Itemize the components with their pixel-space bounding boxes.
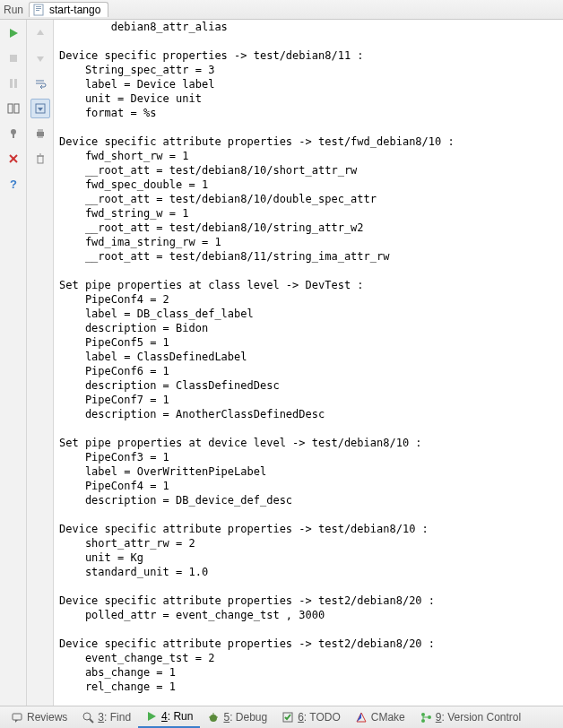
svg-rect-7 (14, 79, 17, 88)
run-config-name: start-tango (49, 4, 100, 16)
svg-marker-18 (38, 108, 43, 111)
vcs-icon (420, 711, 432, 724)
pause-button[interactable] (4, 74, 23, 93)
svg-marker-36 (357, 713, 361, 722)
svg-rect-3 (36, 10, 39, 11)
shell-file-icon (33, 4, 46, 16)
run-config-tab[interactable]: start-tango (29, 2, 108, 17)
svg-point-39 (428, 715, 431, 719)
svg-line-28 (90, 719, 93, 723)
scroll-to-end-button[interactable] (30, 99, 50, 118)
svg-rect-1 (36, 6, 41, 7)
sb-run[interactable]: 4: Run (138, 706, 200, 728)
svg-rect-21 (38, 136, 43, 138)
svg-rect-19 (37, 132, 44, 136)
svg-rect-22 (38, 156, 43, 163)
reviews-icon (11, 711, 23, 724)
soft-wrap-button[interactable] (30, 74, 50, 93)
svg-rect-5 (10, 55, 17, 62)
svg-rect-2 (36, 8, 41, 9)
clear-button[interactable] (30, 149, 50, 169)
run-button[interactable] (4, 23, 23, 43)
sb-todo[interactable]: 6: TODO (274, 706, 348, 728)
svg-rect-9 (14, 104, 19, 113)
sb-vcs[interactable]: 9: Version Control (412, 706, 528, 728)
svg-marker-16 (37, 56, 44, 62)
close-button[interactable] (4, 149, 23, 169)
svg-marker-29 (148, 712, 156, 721)
sb-find[interactable]: 3: Find (74, 706, 138, 728)
layout-button[interactable] (4, 99, 23, 118)
svg-rect-25 (13, 714, 22, 720)
run-label: Run (4, 4, 23, 16)
svg-rect-8 (8, 104, 13, 113)
secondary-toolbar (27, 20, 54, 706)
sb-cmake[interactable]: CMake (348, 706, 412, 728)
bug-icon (207, 711, 220, 724)
play-icon (145, 710, 158, 723)
search-icon (82, 711, 94, 724)
svg-marker-4 (10, 29, 18, 38)
todo-icon (282, 711, 294, 724)
svg-point-37 (421, 713, 425, 716)
print-button[interactable] (30, 124, 50, 143)
stop-button[interactable] (4, 48, 23, 68)
svg-point-38 (421, 719, 425, 723)
svg-text:?: ? (10, 178, 17, 190)
help-button[interactable]: ? (4, 174, 23, 194)
sb-debug[interactable]: 5: Debug (200, 706, 274, 728)
sb-reviews[interactable]: Reviews (4, 706, 74, 728)
svg-marker-15 (37, 30, 44, 35)
cmake-icon (355, 711, 368, 724)
console-output[interactable]: debian8_attr_alias Device specific prope… (54, 20, 563, 706)
step-up-button[interactable] (30, 23, 50, 43)
svg-rect-20 (38, 129, 43, 132)
run-panel-header: Run start-tango (0, 0, 563, 20)
svg-rect-11 (13, 134, 14, 138)
pin-button[interactable] (4, 124, 23, 143)
svg-point-27 (83, 713, 91, 720)
step-down-button[interactable] (30, 48, 50, 68)
svg-point-30 (210, 715, 217, 722)
console-text: debian8_attr_alias Device specific prope… (54, 20, 563, 706)
svg-rect-6 (10, 79, 13, 88)
status-bar: Reviews 3: Find 4: Run 5: Debug 6: TODO … (0, 706, 563, 728)
left-toolbar: ? (0, 20, 27, 706)
